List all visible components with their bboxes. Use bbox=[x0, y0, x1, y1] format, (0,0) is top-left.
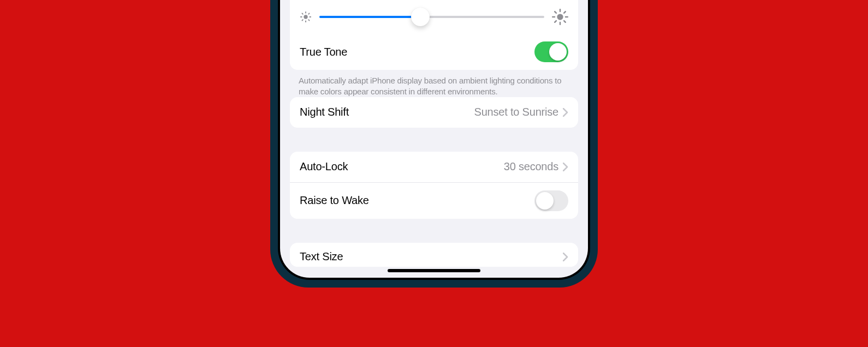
brightness-slider[interactable] bbox=[319, 16, 544, 18]
brightness-slider-fill bbox=[319, 16, 420, 18]
text-size-row[interactable]: Text Size bbox=[290, 243, 578, 267]
raise-to-wake-label: Raise to Wake bbox=[300, 194, 534, 207]
chevron-right-icon bbox=[563, 253, 568, 261]
phone-frame: True Tone Automatically adapt iPhone dis… bbox=[270, 0, 598, 288]
brightness-slider-thumb[interactable] bbox=[411, 8, 430, 26]
brightness-high-icon bbox=[552, 9, 568, 25]
auto-lock-label: Auto-Lock bbox=[300, 160, 504, 173]
true-tone-description: Automatically adapt iPhone display based… bbox=[280, 70, 588, 97]
svg-point-0 bbox=[304, 15, 307, 19]
settings-screen: True Tone Automatically adapt iPhone dis… bbox=[280, 0, 588, 278]
home-indicator[interactable] bbox=[388, 269, 480, 272]
auto-lock-row[interactable]: Auto-Lock 30 seconds bbox=[290, 152, 578, 182]
chevron-right-icon bbox=[563, 108, 568, 117]
night-shift-row[interactable]: Night Shift Sunset to Sunrise bbox=[290, 97, 578, 128]
brightness-slider-row bbox=[290, 0, 578, 34]
phone-inner: True Tone Automatically adapt iPhone dis… bbox=[278, 0, 590, 280]
brightness-group: True Tone bbox=[290, 0, 578, 70]
chevron-right-icon bbox=[563, 163, 568, 171]
brightness-low-icon bbox=[300, 11, 312, 23]
svg-line-6 bbox=[308, 20, 309, 20]
svg-line-14 bbox=[555, 11, 556, 13]
true-tone-toggle[interactable] bbox=[534, 41, 568, 62]
raise-to-wake-toggle[interactable] bbox=[534, 190, 568, 211]
svg-point-9 bbox=[557, 14, 563, 20]
svg-line-17 bbox=[564, 11, 566, 13]
true-tone-label: True Tone bbox=[300, 46, 534, 58]
toggle-knob bbox=[536, 192, 554, 210]
night-shift-value: Sunset to Sunrise bbox=[474, 106, 558, 118]
svg-line-5 bbox=[302, 13, 302, 14]
text-size-label: Text Size bbox=[300, 250, 563, 263]
svg-line-15 bbox=[564, 21, 566, 22]
night-shift-label: Night Shift bbox=[300, 106, 474, 118]
svg-line-8 bbox=[308, 13, 309, 14]
svg-line-7 bbox=[302, 20, 302, 20]
svg-line-16 bbox=[555, 21, 556, 22]
true-tone-row: True Tone bbox=[290, 34, 578, 70]
text-size-group: Text Size bbox=[290, 243, 578, 267]
toggle-knob bbox=[549, 43, 567, 61]
night-shift-group: Night Shift Sunset to Sunrise bbox=[290, 97, 578, 128]
raise-to-wake-row: Raise to Wake bbox=[290, 182, 578, 219]
auto-lock-value: 30 seconds bbox=[504, 160, 558, 173]
lock-group: Auto-Lock 30 seconds Raise to Wake bbox=[290, 152, 578, 219]
